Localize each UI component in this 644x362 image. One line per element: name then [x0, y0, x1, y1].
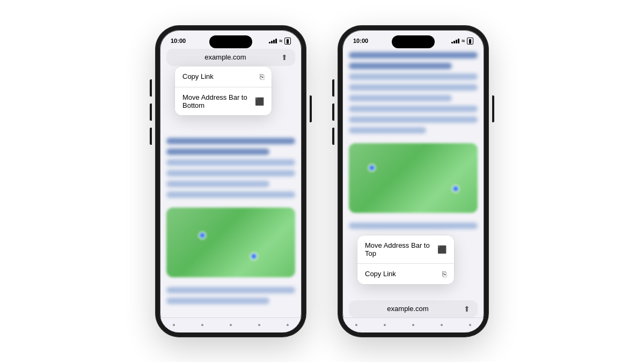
move-address-bar-top-label: Move Address Bar to Top: [365, 241, 437, 257]
signal-bar-1: [269, 42, 270, 43]
copy-icon-left: ⎘: [260, 72, 264, 81]
blurred-lines-right-mid: [342, 217, 484, 234]
tab-dot: [384, 324, 386, 326]
blur-line: [166, 138, 295, 144]
copy-link-label-right: Copy Link: [365, 270, 396, 278]
blur-line: [166, 181, 269, 187]
url-right: example.com: [356, 305, 459, 313]
battery-left: ▮: [284, 38, 291, 45]
status-icons-right: ≈ ▮: [451, 38, 473, 45]
blur-line: [166, 287, 295, 293]
context-menu-left: Copy Link ⎘ Move Address Bar to Bottom ⬛: [175, 67, 272, 115]
map-pin-1: [199, 232, 206, 239]
signal-bar-3: [456, 40, 457, 43]
tab-dot: [230, 324, 232, 326]
phone-right: 10:00 ≈ ▮: [338, 26, 488, 337]
map-right: [349, 143, 478, 213]
signal-left: [269, 38, 277, 43]
map-pin-2: [250, 253, 258, 260]
address-bar-left[interactable]: example.com ⬆: [166, 49, 295, 66]
blur-line: [349, 95, 452, 101]
address-bar-right[interactable]: example.com ⬆: [349, 300, 478, 317]
battery-right: ▮: [467, 38, 473, 45]
blur-line: [166, 159, 295, 166]
tab-dot: [201, 324, 203, 326]
signal-bar-1: [451, 42, 453, 43]
signal-bar-4: [458, 39, 459, 43]
address-bar-top-icon: ⬛: [437, 245, 447, 254]
signal-bar-4: [275, 39, 277, 43]
tab-dot: [469, 324, 471, 326]
signal-right: [451, 38, 459, 43]
blur-line: [349, 52, 478, 58]
map-pin-2: [452, 185, 459, 193]
menu-item-copy-link-right[interactable]: Copy Link ⎘: [357, 264, 454, 284]
map-left: [166, 208, 295, 277]
address-bar-bottom-icon: ⬛: [255, 97, 264, 106]
copy-link-label-left: Copy Link: [182, 72, 214, 80]
status-icons-left: ≈ ▮: [269, 38, 291, 45]
blur-line: [349, 84, 478, 91]
time-left: 10:00: [171, 38, 186, 44]
blurred-lines-right-top: [342, 47, 484, 139]
menu-item-move-address-bar-top[interactable]: Move Address Bar to Top ⬛: [357, 235, 454, 264]
blur-line: [349, 63, 452, 69]
move-address-bar-bottom-label: Move Address Bar to Bottom: [182, 93, 255, 109]
url-left: example.com: [174, 53, 277, 61]
share-icon-left[interactable]: ⬆: [281, 53, 288, 62]
time-right: 10:00: [353, 38, 368, 44]
map-pin-1: [368, 164, 376, 172]
phone-left-frame: 10:00 ≈ ▮ example.com ⬆ Copy Link ⎘: [156, 26, 306, 337]
blur-line: [166, 191, 295, 198]
blurred-lines-left-2: [160, 282, 302, 309]
tab-dot: [441, 324, 443, 326]
context-menu-right: Move Address Bar to Top ⬛ Copy Link ⎘: [357, 235, 454, 284]
tab-dot: [173, 324, 175, 326]
blur-line: [349, 106, 478, 112]
blur-line: [166, 170, 295, 176]
blur-line: [349, 73, 478, 80]
wifi-icon-left: ≈: [279, 38, 282, 44]
tab-bar-left: [160, 317, 302, 333]
signal-bar-3: [273, 40, 275, 43]
address-bar-container-right: example.com ⬆: [342, 300, 484, 317]
copy-icon-right: ⎘: [442, 270, 447, 278]
dynamic-island-left: [209, 35, 252, 48]
tab-dot: [258, 324, 260, 326]
blur-line: [349, 223, 478, 229]
dynamic-island-right: [392, 35, 435, 48]
tab-bar-right: [342, 317, 484, 333]
wifi-icon-right: ≈: [462, 38, 465, 44]
signal-bar-2: [453, 41, 455, 43]
blur-line: [349, 116, 478, 123]
blur-line: [166, 298, 269, 304]
tab-dot: [287, 324, 289, 326]
tab-dot: [355, 324, 357, 326]
phone-right-frame: 10:00 ≈ ▮: [338, 26, 488, 337]
menu-item-copy-link-left[interactable]: Copy Link ⎘: [175, 67, 272, 87]
blur-line: [349, 127, 426, 134]
tab-dot: [412, 324, 414, 326]
phone-left: 10:00 ≈ ▮ example.com ⬆ Copy Link ⎘: [156, 26, 306, 337]
menu-item-move-address-bar-bottom[interactable]: Move Address Bar to Bottom ⬛: [175, 87, 272, 115]
share-icon-right[interactable]: ⬆: [464, 305, 470, 313]
signal-bar-2: [271, 41, 273, 43]
blur-line: [166, 149, 269, 155]
